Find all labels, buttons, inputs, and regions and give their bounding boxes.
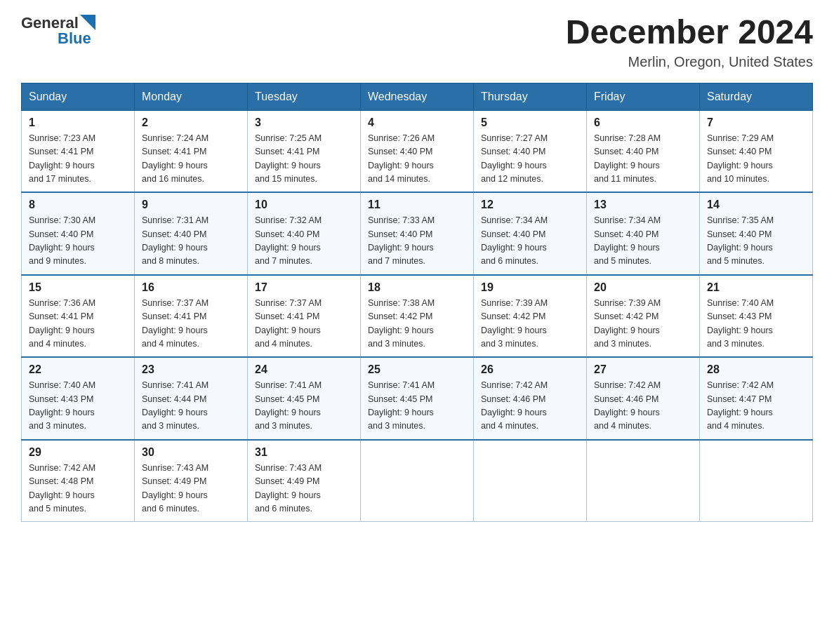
- calendar-day-cell: 31 Sunrise: 7:43 AMSunset: 4:49 PMDaylig…: [248, 440, 361, 522]
- calendar-week-row: 29 Sunrise: 7:42 AMSunset: 4:48 PMDaylig…: [22, 440, 813, 522]
- day-info: Sunrise: 7:27 AMSunset: 4:40 PMDaylight:…: [481, 133, 548, 184]
- calendar-day-cell: 29 Sunrise: 7:42 AMSunset: 4:48 PMDaylig…: [22, 440, 135, 522]
- calendar-day-cell: 15 Sunrise: 7:36 AMSunset: 4:41 PMDaylig…: [22, 275, 135, 358]
- weekday-header-saturday: Saturday: [700, 83, 813, 110]
- weekday-header-tuesday: Tuesday: [248, 83, 361, 110]
- day-number: 21: [707, 281, 805, 294]
- day-number: 25: [368, 363, 466, 376]
- title-area: December 2024 Merlin, Oregon, United Sta…: [566, 14, 813, 70]
- calendar-week-row: 15 Sunrise: 7:36 AMSunset: 4:41 PMDaylig…: [22, 275, 813, 358]
- day-info: Sunrise: 7:38 AMSunset: 4:42 PMDaylight:…: [368, 298, 435, 349]
- day-info: Sunrise: 7:30 AMSunset: 4:40 PMDaylight:…: [29, 215, 95, 266]
- day-number: 11: [368, 199, 466, 211]
- calendar-day-cell: 27 Sunrise: 7:42 AMSunset: 4:46 PMDaylig…: [587, 357, 700, 440]
- calendar-day-cell: 23 Sunrise: 7:41 AMSunset: 4:44 PMDaylig…: [135, 357, 248, 440]
- day-number: 24: [255, 363, 353, 376]
- day-info: Sunrise: 7:24 AMSunset: 4:41 PMDaylight:…: [142, 133, 208, 184]
- svg-marker-0: [80, 15, 95, 30]
- calendar-day-cell: 30 Sunrise: 7:43 AMSunset: 4:49 PMDaylig…: [135, 440, 248, 522]
- day-number: 19: [481, 281, 579, 294]
- day-number: 10: [255, 199, 353, 211]
- day-number: 17: [255, 281, 353, 294]
- day-info: Sunrise: 7:35 AMSunset: 4:40 PMDaylight:…: [707, 215, 774, 266]
- logo: General Blue: [21, 14, 95, 48]
- day-number: 8: [29, 199, 127, 211]
- day-number: 1: [29, 116, 127, 129]
- calendar-week-row: 22 Sunrise: 7:40 AMSunset: 4:43 PMDaylig…: [22, 357, 813, 440]
- day-number: 27: [594, 363, 692, 376]
- calendar-day-cell: [700, 440, 813, 522]
- day-info: Sunrise: 7:41 AMSunset: 4:45 PMDaylight:…: [368, 380, 435, 431]
- day-number: 18: [368, 281, 466, 294]
- day-info: Sunrise: 7:31 AMSunset: 4:40 PMDaylight:…: [142, 215, 208, 266]
- calendar-day-cell: 9 Sunrise: 7:31 AMSunset: 4:40 PMDayligh…: [135, 192, 248, 275]
- day-number: 26: [481, 363, 579, 376]
- weekday-header-friday: Friday: [587, 83, 700, 110]
- calendar-day-cell: [361, 440, 474, 522]
- calendar-day-cell: 17 Sunrise: 7:37 AMSunset: 4:41 PMDaylig…: [248, 275, 361, 358]
- calendar-table: SundayMondayTuesdayWednesdayThursdayFrid…: [21, 83, 813, 523]
- day-info: Sunrise: 7:34 AMSunset: 4:40 PMDaylight:…: [594, 215, 661, 266]
- day-info: Sunrise: 7:23 AMSunset: 4:41 PMDaylight:…: [29, 133, 95, 184]
- day-info: Sunrise: 7:42 AMSunset: 4:46 PMDaylight:…: [594, 380, 661, 431]
- weekday-header-sunday: Sunday: [22, 83, 135, 110]
- calendar-day-cell: 14 Sunrise: 7:35 AMSunset: 4:40 PMDaylig…: [700, 192, 813, 275]
- day-info: Sunrise: 7:37 AMSunset: 4:41 PMDaylight:…: [142, 298, 208, 349]
- calendar-day-cell: 10 Sunrise: 7:32 AMSunset: 4:40 PMDaylig…: [248, 192, 361, 275]
- calendar-day-cell: [587, 440, 700, 522]
- calendar-day-cell: 8 Sunrise: 7:30 AMSunset: 4:40 PMDayligh…: [22, 192, 135, 275]
- day-info: Sunrise: 7:42 AMSunset: 4:46 PMDaylight:…: [481, 380, 548, 431]
- day-info: Sunrise: 7:39 AMSunset: 4:42 PMDaylight:…: [594, 298, 661, 349]
- day-number: 12: [481, 199, 579, 211]
- day-info: Sunrise: 7:43 AMSunset: 4:49 PMDaylight:…: [142, 463, 208, 514]
- calendar-week-row: 1 Sunrise: 7:23 AMSunset: 4:41 PMDayligh…: [22, 110, 813, 192]
- calendar-day-cell: 19 Sunrise: 7:39 AMSunset: 4:42 PMDaylig…: [474, 275, 587, 358]
- calendar-day-cell: 5 Sunrise: 7:27 AMSunset: 4:40 PMDayligh…: [474, 110, 587, 192]
- weekday-header-row: SundayMondayTuesdayWednesdayThursdayFrid…: [22, 83, 813, 110]
- calendar-day-cell: 26 Sunrise: 7:42 AMSunset: 4:46 PMDaylig…: [474, 357, 587, 440]
- calendar-week-row: 8 Sunrise: 7:30 AMSunset: 4:40 PMDayligh…: [22, 192, 813, 275]
- calendar-day-cell: 13 Sunrise: 7:34 AMSunset: 4:40 PMDaylig…: [587, 192, 700, 275]
- calendar-day-cell: 11 Sunrise: 7:33 AMSunset: 4:40 PMDaylig…: [361, 192, 474, 275]
- weekday-header-thursday: Thursday: [474, 83, 587, 110]
- location-subtitle: Merlin, Oregon, United States: [566, 54, 813, 70]
- day-info: Sunrise: 7:33 AMSunset: 4:40 PMDaylight:…: [368, 215, 435, 266]
- logo-arrow-icon: [80, 15, 95, 30]
- weekday-header-wednesday: Wednesday: [361, 83, 474, 110]
- day-number: 14: [707, 199, 805, 211]
- day-number: 5: [481, 116, 579, 129]
- day-info: Sunrise: 7:42 AMSunset: 4:48 PMDaylight:…: [29, 463, 95, 514]
- day-number: 15: [29, 281, 127, 294]
- calendar-day-cell: 22 Sunrise: 7:40 AMSunset: 4:43 PMDaylig…: [22, 357, 135, 440]
- day-info: Sunrise: 7:41 AMSunset: 4:44 PMDaylight:…: [142, 380, 208, 431]
- day-number: 31: [255, 446, 353, 459]
- day-info: Sunrise: 7:25 AMSunset: 4:41 PMDaylight:…: [255, 133, 322, 184]
- calendar-day-cell: [474, 440, 587, 522]
- day-info: Sunrise: 7:41 AMSunset: 4:45 PMDaylight:…: [255, 380, 322, 431]
- weekday-header-monday: Monday: [135, 83, 248, 110]
- day-number: 20: [594, 281, 692, 294]
- calendar-day-cell: 25 Sunrise: 7:41 AMSunset: 4:45 PMDaylig…: [361, 357, 474, 440]
- day-info: Sunrise: 7:37 AMSunset: 4:41 PMDaylight:…: [255, 298, 322, 349]
- day-info: Sunrise: 7:40 AMSunset: 4:43 PMDaylight:…: [707, 298, 774, 349]
- day-info: Sunrise: 7:36 AMSunset: 4:41 PMDaylight:…: [29, 298, 95, 349]
- day-number: 7: [707, 116, 805, 129]
- calendar-day-cell: 3 Sunrise: 7:25 AMSunset: 4:41 PMDayligh…: [248, 110, 361, 192]
- page-header: General Blue December 2024 Merlin, Orego…: [21, 14, 813, 70]
- day-number: 16: [142, 281, 240, 294]
- day-number: 13: [594, 199, 692, 211]
- calendar-day-cell: 2 Sunrise: 7:24 AMSunset: 4:41 PMDayligh…: [135, 110, 248, 192]
- day-info: Sunrise: 7:43 AMSunset: 4:49 PMDaylight:…: [255, 463, 322, 514]
- calendar-day-cell: 12 Sunrise: 7:34 AMSunset: 4:40 PMDaylig…: [474, 192, 587, 275]
- day-number: 3: [255, 116, 353, 129]
- calendar-day-cell: 28 Sunrise: 7:42 AMSunset: 4:47 PMDaylig…: [700, 357, 813, 440]
- calendar-day-cell: 16 Sunrise: 7:37 AMSunset: 4:41 PMDaylig…: [135, 275, 248, 358]
- day-number: 30: [142, 446, 240, 459]
- day-number: 4: [368, 116, 466, 129]
- calendar-day-cell: 7 Sunrise: 7:29 AMSunset: 4:40 PMDayligh…: [700, 110, 813, 192]
- calendar-day-cell: 6 Sunrise: 7:28 AMSunset: 4:40 PMDayligh…: [587, 110, 700, 192]
- day-info: Sunrise: 7:39 AMSunset: 4:42 PMDaylight:…: [481, 298, 548, 349]
- day-number: 23: [142, 363, 240, 376]
- day-number: 6: [594, 116, 692, 129]
- calendar-day-cell: 24 Sunrise: 7:41 AMSunset: 4:45 PMDaylig…: [248, 357, 361, 440]
